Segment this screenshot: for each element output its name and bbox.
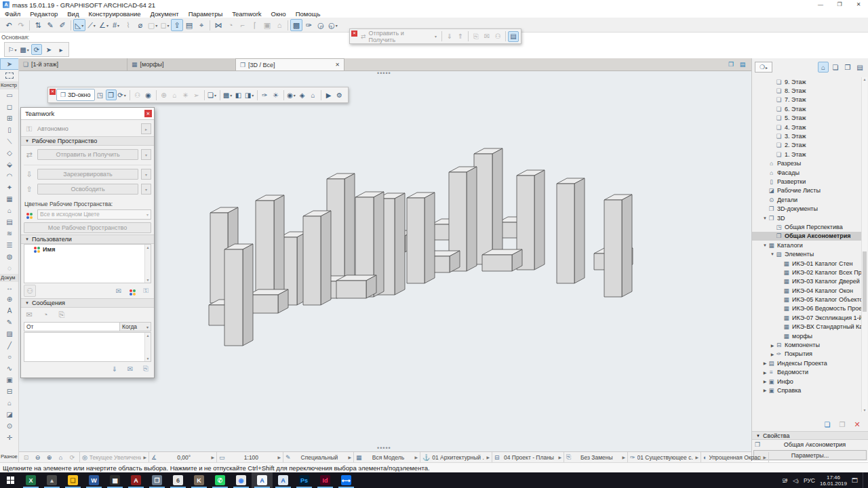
menu-конструирование[interactable]: Конструирование [83,9,145,18]
expand-arrow-icon[interactable]: ▶ [762,388,768,392]
cutaway-icon[interactable]: ◧ [233,89,244,100]
reply-message-icon[interactable]: ⇓ [109,365,120,373]
view-settings-button[interactable]: Параметры... [753,450,867,460]
stair-tool-icon[interactable]: ≋ [0,228,19,239]
notification-center-icon[interactable]: 🗔 [852,477,858,484]
reserve-button[interactable]: Зарезервировать [37,169,138,180]
origin-icon[interactable]: ⌖ [195,19,208,31]
section-tool-icon[interactable]: ⊟ [0,386,19,397]
nav-item[interactable]: ▼❐3D [752,214,861,222]
nav-item[interactable]: ❏3. Этаж [752,131,861,140]
show-desktop-button[interactable] [863,472,865,488]
nav-item[interactable]: ▯Развертки [752,177,861,186]
quickbar-pen-set[interactable]: ✎Специальный▶ [283,452,354,463]
release-icon[interactable]: ⇑ [455,31,466,42]
save-view-icon[interactable]: ❏ [822,419,833,430]
taskbar-krita-icon[interactable]: K [189,472,210,488]
nav-item[interactable]: ▶▤Индексы Проекта [752,359,861,367]
rotate-tool-icon[interactable]: ⟳ [31,44,42,55]
start-button[interactable] [0,472,20,488]
message-user-icon[interactable]: ✉ [113,287,124,295]
elevation-tool-icon[interactable]: ⌂ [0,397,19,409]
cutting-planes-icon[interactable]: ◨▾ [244,89,255,100]
teamwork-palette-toggle-icon[interactable]: ▤ [508,31,519,42]
expand-arrow-icon[interactable]: ▼ [770,252,775,256]
expand-arrow-icon[interactable]: ▼ [762,243,768,247]
messages-from-header[interactable]: От [24,322,120,331]
snap-references-icon[interactable]: ∠▾ [98,19,110,31]
properties-section-header[interactable]: ▼Свойства [752,431,868,440]
send-receive-options[interactable]: ▾ [141,149,151,160]
taskbar-sketchup-icon[interactable]: 6 [167,472,189,488]
roof-tool-icon[interactable]: ⬙ [0,159,19,170]
tab-floor-1[interactable]: ❏[1-й этаж] [19,58,127,70]
quickbar-renovation-filter[interactable]: ✑01 Существующее с...▶ [628,452,701,463]
guide-lines-icon[interactable]: ◺▾ [73,19,85,31]
zoom-3d-icon[interactable]: ⊕ [159,89,170,100]
pending-icon[interactable]: ◔ [40,310,51,319]
menu-параметры[interactable]: Параметры [184,9,228,18]
taskbar-word-icon[interactable]: W [83,472,104,488]
fit-icon[interactable]: ⌂ [273,19,285,31]
look-to-icon[interactable]: ◉ [143,89,154,100]
palette-close-icon[interactable]: ✕ [144,110,152,117]
send-receive-button[interactable]: ⇄ Отправить и Получить ▾ [358,30,439,42]
cursor-tool-icon[interactable]: ➤ [43,44,54,55]
request-icon[interactable]: ⚿ [140,287,151,295]
expand-arrow-icon[interactable]: ▶ [770,343,775,348]
gravity-icon[interactable]: ⌇ [122,19,134,31]
nav-item[interactable]: ⌂Разрезы [752,159,861,168]
column-tool-icon[interactable]: ▯ [0,124,19,136]
slab-tool-icon[interactable]: ◇ [0,147,19,159]
quickbar-orientation[interactable]: ∡0,00°▶ [149,452,217,463]
nav-item[interactable]: ▦ИКЭ-07 Экспликация 1-й этаж [752,313,861,322]
magic-wand-icon[interactable]: ⌀ [134,19,146,31]
project-chooser-button[interactable]: ❍▸ [755,62,772,73]
publisher-sets-icon[interactable]: ▤ [854,62,865,73]
new-message-icon[interactable]: ✉ [481,31,492,42]
worksheet-tool-icon[interactable]: ◪ [0,409,19,420]
reserve-options[interactable]: ▾ [141,169,151,180]
nav-item[interactable]: ❐Общая Аксонометрия [752,232,861,241]
nav-item[interactable]: ❐3D-документы [752,204,861,213]
zoom-in-icon[interactable]: ⊕ [44,453,54,462]
volume-icon[interactable]: ◁) [793,477,799,484]
taskbar-archicad-icon[interactable]: A [252,472,273,488]
resize-icon[interactable]: ▣ [261,19,273,31]
text-tool-icon[interactable]: A [0,305,19,317]
tab-3d-all[interactable]: ❐[3D / Все]✕ [236,58,344,70]
nav-item[interactable]: ▦ИКЭ-05 Каталог Объектов [752,295,861,304]
railing-tool-icon[interactable]: ☰ [0,239,19,251]
fly-mode-icon[interactable]: ➢ [191,89,202,100]
fit-in-window-icon[interactable]: ⌂ [56,453,66,462]
close-button[interactable]: ✕ [849,0,868,9]
nav-item[interactable]: ▦ИКЭ-03 Каталог Дверей [752,277,861,286]
inject-parameters-icon[interactable]: ✎ [44,19,56,31]
object-tool-icon[interactable]: ◍ [0,251,19,262]
transfer-parameters-icon[interactable]: ✐ [56,19,68,31]
menu-teamwork[interactable]: Teamwork [227,9,266,18]
nav-item[interactable]: ❏9. Этаж [752,77,861,86]
navigator-scrollbar[interactable]: ▲ ▼ [861,77,867,412]
show-users-icon[interactable]: ⚇ [492,31,503,42]
taskbar-excel-icon[interactable]: X [20,472,41,488]
my-workspace-button[interactable]: Мое Рабочее Пространство [24,222,151,233]
messages-when-header[interactable]: Когда▾ [120,322,151,331]
taskbar-teamviewer-icon[interactable]: ⟷ [336,472,357,488]
nav-item[interactable]: ▦морфы [752,331,861,340]
sent-mail-icon[interactable]: ⎘ [56,310,67,319]
morph-tool-icon[interactable]: ✦ [0,182,19,193]
send-message-icon[interactable]: ⎘ [140,365,151,373]
home-3d-icon[interactable]: ⌂ [170,89,180,100]
axonometry-icon[interactable]: ❐ [106,89,117,100]
messages-scrollbar[interactable]: ▲▼ [144,333,151,361]
explore-model-icon[interactable]: ⚇ [132,89,143,100]
layers-icon[interactable]: ⇪ [171,19,183,31]
fill-tool-icon[interactable]: ▨ [0,328,19,340]
minimize-button[interactable]: — [811,0,830,9]
zoom-out-icon[interactable]: ⊖ [33,453,43,462]
groups-icon[interactable]: ▢▾ [146,19,159,31]
taskbar-calculator-icon[interactable]: ▦ [104,472,125,488]
measure-icon[interactable]: ▤ [183,19,195,31]
expand-arrow-icon[interactable]: ▶ [770,352,775,357]
